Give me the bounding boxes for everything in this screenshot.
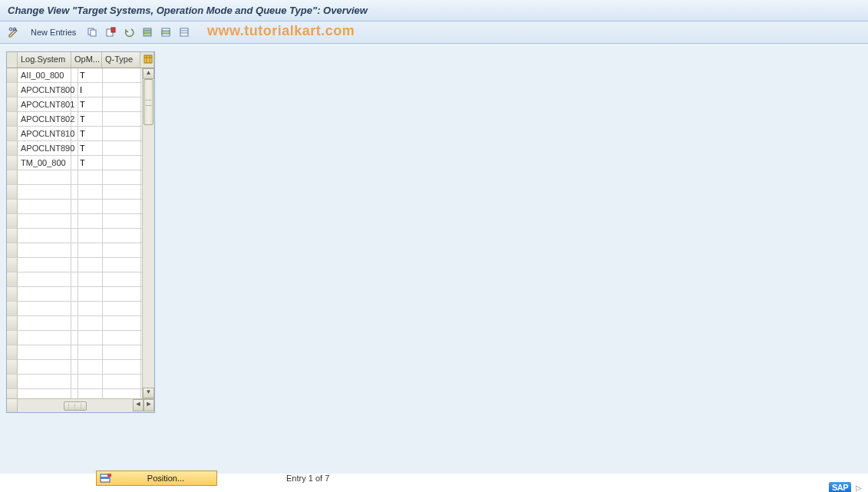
q-type-input[interactable] (103, 229, 140, 243)
row-selector[interactable] (7, 185, 18, 199)
row-selector[interactable] (7, 360, 18, 374)
row-selector[interactable] (7, 170, 18, 184)
op-mode-input[interactable] (78, 200, 102, 213)
q-type-input[interactable] (103, 156, 140, 170)
q-type-input[interactable] (103, 331, 140, 345)
q-type-input[interactable] (103, 200, 140, 213)
op-mode-input[interactable] (78, 97, 102, 111)
row-selector[interactable] (7, 97, 18, 111)
op-mode-input[interactable] (78, 185, 102, 199)
op-mode-input[interactable] (78, 375, 102, 388)
scroll-up-button[interactable]: ▲ (143, 68, 154, 79)
op-mode-input[interactable] (78, 331, 102, 345)
scroll-down-button[interactable]: ▼ (143, 388, 154, 398)
q-type-input[interactable] (103, 127, 140, 140)
toggle-display-change-button[interactable] (6, 25, 21, 40)
q-type-input[interactable] (103, 214, 140, 228)
row-selector[interactable] (7, 287, 18, 301)
op-mode-input[interactable] (78, 156, 102, 170)
q-type-input[interactable] (103, 83, 140, 97)
op-mode-input[interactable] (78, 287, 102, 301)
row-selector[interactable] (7, 375, 18, 388)
hscroll-left-button[interactable]: ◄ (133, 399, 144, 411)
q-type-input[interactable] (103, 258, 140, 272)
op-mode-input[interactable] (78, 389, 102, 398)
op-mode-input[interactable] (78, 83, 102, 97)
cell-op-mode-indicator (71, 316, 78, 330)
row-selector[interactable] (7, 331, 18, 345)
grid-footer-corner (7, 399, 18, 412)
op-mode-input[interactable] (78, 112, 102, 126)
select-block-button[interactable] (159, 25, 173, 39)
undo-change-button[interactable] (122, 25, 136, 39)
deselect-all-button[interactable] (177, 25, 191, 39)
page-title-bar: Change View "Target Systems, Operation M… (0, 0, 868, 21)
row-selector[interactable] (7, 112, 18, 126)
q-type-input[interactable] (103, 316, 140, 330)
column-header-op-mode[interactable]: OpM... (71, 52, 102, 68)
op-mode-input[interactable] (78, 345, 102, 359)
q-type-input[interactable] (103, 360, 140, 374)
column-header-q-type[interactable]: Q-Type (102, 52, 140, 68)
q-type-input[interactable] (103, 68, 140, 82)
q-type-input[interactable] (103, 97, 140, 111)
op-mode-input[interactable] (78, 170, 102, 184)
op-mode-input[interactable] (78, 243, 102, 257)
q-type-input[interactable] (103, 141, 140, 155)
op-mode-input[interactable] (78, 214, 102, 228)
scroll-track[interactable] (143, 79, 154, 388)
position-button[interactable]: Position... (96, 471, 217, 486)
entry-counter-text: Entry 1 of 7 (286, 474, 329, 483)
row-selector[interactable] (7, 200, 18, 213)
q-type-input[interactable] (103, 170, 140, 184)
q-type-input[interactable] (103, 302, 140, 315)
row-selector[interactable] (7, 258, 18, 272)
op-mode-input[interactable] (78, 68, 102, 82)
q-type-input[interactable] (103, 243, 140, 257)
row-selector[interactable] (7, 389, 18, 398)
table-row: AII_00_800 (7, 68, 142, 83)
row-selector[interactable] (7, 229, 18, 243)
q-type-input[interactable] (103, 272, 140, 286)
copy-as-button[interactable] (85, 25, 99, 39)
row-selector[interactable] (7, 156, 18, 170)
new-entries-button[interactable]: New Entries (26, 25, 81, 39)
configure-columns-button[interactable] (140, 52, 154, 68)
cell-op-mode-indicator (71, 389, 78, 398)
op-mode-input[interactable] (78, 316, 102, 330)
op-mode-input[interactable] (78, 360, 102, 374)
row-selector[interactable] (7, 302, 18, 315)
q-type-input[interactable] (103, 375, 140, 388)
op-mode-input[interactable] (78, 258, 102, 272)
q-type-input[interactable] (103, 287, 140, 301)
row-selector[interactable] (7, 127, 18, 140)
q-type-input[interactable] (103, 185, 140, 199)
select-all-rows-header[interactable] (7, 52, 18, 68)
row-selector[interactable] (7, 83, 18, 97)
scroll-thumb[interactable] (144, 79, 153, 125)
hscroll-thumb[interactable]: ⋮⋮⋮ (64, 401, 87, 411)
hscroll-right-button[interactable]: ► (144, 399, 154, 411)
row-selector[interactable] (7, 243, 18, 257)
vertical-scrollbar[interactable]: ▲ ▼ (142, 68, 154, 398)
row-selector[interactable] (7, 214, 18, 228)
select-all-button[interactable] (140, 25, 154, 39)
cell-log-system (18, 331, 71, 345)
cell-op-mode-indicator (71, 345, 78, 359)
row-selector[interactable] (7, 345, 18, 359)
q-type-input[interactable] (103, 389, 140, 398)
row-selector[interactable] (7, 68, 18, 82)
op-mode-input[interactable] (78, 141, 102, 155)
q-type-input[interactable] (103, 112, 140, 126)
op-mode-input[interactable] (78, 272, 102, 286)
column-header-log-system[interactable]: Log.System (18, 52, 71, 68)
row-selector[interactable] (7, 141, 18, 155)
delete-button[interactable] (104, 25, 117, 39)
row-selector[interactable] (7, 316, 18, 330)
op-mode-input[interactable] (78, 229, 102, 243)
op-mode-input[interactable] (78, 302, 102, 315)
row-selector[interactable] (7, 272, 18, 286)
hscroll-track[interactable]: ⋮⋮⋮ (18, 399, 133, 412)
q-type-input[interactable] (103, 345, 140, 359)
op-mode-input[interactable] (78, 127, 102, 140)
